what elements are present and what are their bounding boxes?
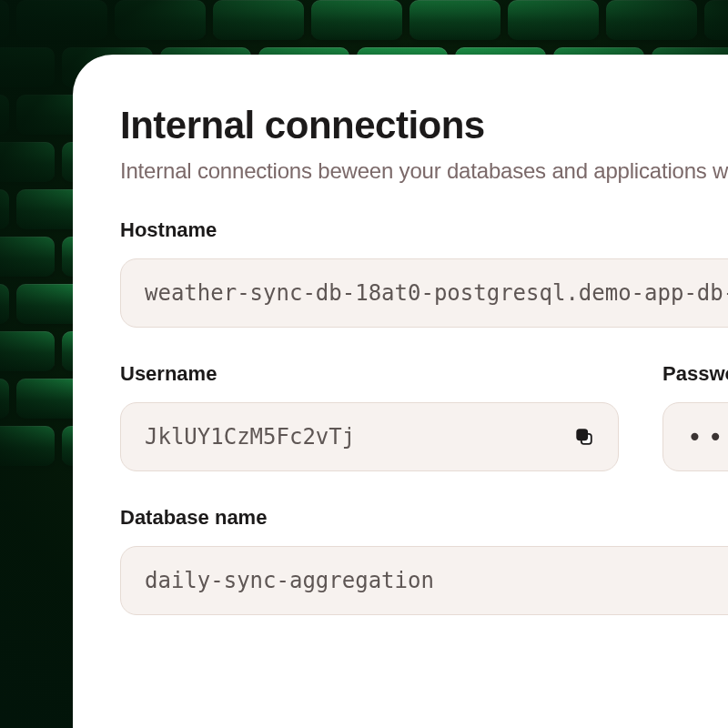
hostname-input[interactable]: weather-sync-db-18at0-postgresql.demo-ap… bbox=[120, 258, 728, 328]
database-field: Database name daily-sync-aggregation bbox=[120, 506, 728, 615]
page-title: Internal connections bbox=[120, 104, 728, 147]
username-input[interactable]: JklUY1CzM5Fc2vTj bbox=[120, 402, 619, 471]
password-value: ••••••••• bbox=[687, 422, 728, 452]
username-label: Username bbox=[120, 362, 619, 386]
password-input[interactable]: ••••••••• bbox=[662, 402, 728, 471]
database-label: Database name bbox=[120, 506, 728, 530]
password-field: Password ••••••••• bbox=[662, 362, 728, 471]
connections-card: Internal connections Internal connection… bbox=[73, 55, 728, 728]
database-value: daily-sync-aggregation bbox=[145, 568, 728, 593]
copy-icon[interactable] bbox=[574, 427, 594, 447]
hostname-field: Hostname weather-sync-db-18at0-postgresq… bbox=[120, 218, 728, 328]
page-subtitle: Internal connections beween your databas… bbox=[120, 158, 728, 184]
hostname-label: Hostname bbox=[120, 218, 728, 242]
database-input[interactable]: daily-sync-aggregation bbox=[120, 546, 728, 615]
username-field: Username JklUY1CzM5Fc2vTj bbox=[120, 362, 619, 471]
password-label: Password bbox=[662, 362, 728, 386]
hostname-value: weather-sync-db-18at0-postgresql.demo-ap… bbox=[145, 280, 728, 306]
username-value: JklUY1CzM5Fc2vTj bbox=[145, 424, 556, 450]
svg-rect-1 bbox=[577, 430, 587, 440]
